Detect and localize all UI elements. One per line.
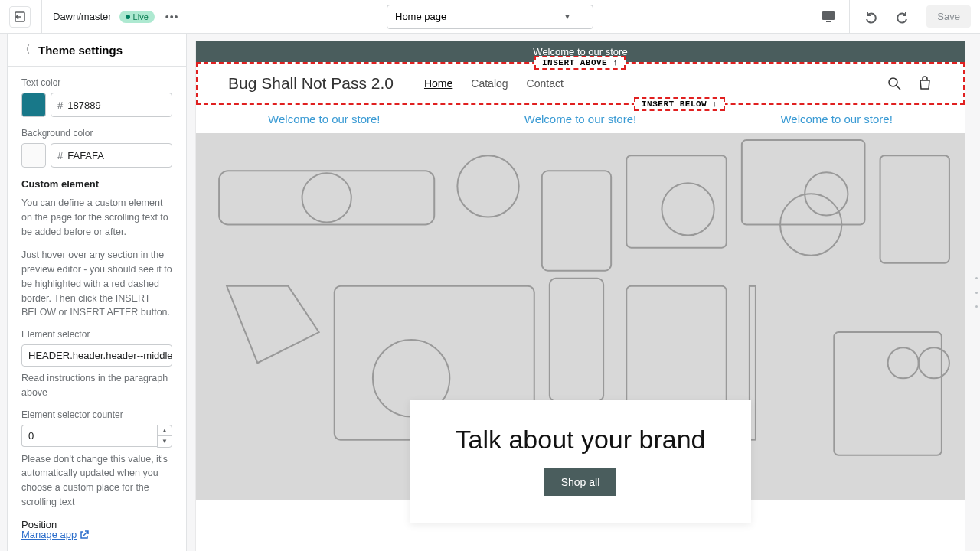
svg-point-3 — [889, 78, 897, 86]
marquee-item: Welcome to our store! — [268, 112, 380, 126]
hero-cta-button[interactable]: Shop all — [544, 468, 617, 496]
undo-icon — [864, 10, 877, 24]
selector-input[interactable]: HEADER.header.header--middle-le — [21, 344, 172, 367]
counter-stepper: 0 ▲ ▼ — [21, 425, 172, 448]
left-gutter — [0, 34, 8, 551]
header-section[interactable]: INSERT ABOVE ↑ INSERT BELOW ↓ Bug Shall … — [196, 62, 965, 105]
counter-help: Please don't change this value, it's aut… — [21, 452, 172, 510]
nav: Home Catalog Contact — [424, 77, 564, 90]
manage-app-label: Manage app — [21, 529, 77, 540]
chevron-down-icon: ▼ — [564, 12, 571, 21]
selector-help: Read instructions in the paragraph above — [21, 371, 172, 400]
selector-label: Element selector — [21, 329, 172, 340]
insert-below-button[interactable]: INSERT BELOW ↓ — [634, 97, 725, 111]
external-link-icon — [80, 530, 89, 540]
exit-button[interactable] — [9, 6, 31, 28]
page-selector[interactable]: Home page ▼ — [387, 5, 593, 29]
save-button[interactable]: Save — [926, 5, 971, 28]
counter-input[interactable]: 0 — [21, 425, 157, 447]
manage-app-link[interactable]: Manage app — [8, 529, 186, 551]
nav-contact[interactable]: Contact — [527, 77, 564, 90]
cart-icon[interactable] — [917, 76, 933, 91]
topbar-left: Dawn/master Live ••• — [9, 0, 181, 34]
bg-color-row: #FAFAFA — [21, 143, 172, 168]
marquee-item: Welcome to our store! — [524, 112, 636, 126]
text-color-input[interactable]: #187889 — [51, 93, 172, 117]
theme-name: Dawn/master — [53, 11, 112, 22]
text-color-row: #187889 — [21, 93, 172, 117]
topbar-right: Save — [814, 0, 971, 34]
page-selector-label: Home page — [395, 11, 446, 22]
bg-color-input[interactable]: #FAFAFA — [51, 143, 172, 168]
marquee: Welcome to our store! Welcome to our sto… — [196, 105, 965, 133]
text-color-label: Text color — [21, 77, 172, 88]
main: 〈 Theme settings Text color #187889 Back… — [0, 34, 980, 551]
svg-rect-1 — [822, 11, 835, 20]
nav-home[interactable]: Home — [424, 77, 452, 90]
sidebar-title: Theme settings — [38, 44, 122, 57]
preview-canvas: Welcome to our store INSERT ABOVE ↑ INSE… — [196, 41, 965, 551]
bg-color-label: Background color — [21, 128, 172, 139]
bg-color-swatch[interactable] — [21, 143, 46, 168]
exit-icon — [14, 11, 26, 23]
header-icons — [887, 76, 933, 91]
resize-handle-right[interactable] — [975, 277, 978, 308]
topbar: Dawn/master Live ••• Home page ▼ Save — [0, 0, 980, 34]
redo-icon — [896, 10, 910, 24]
custom-element-heading: Custom element — [21, 178, 172, 190]
sidebar: 〈 Theme settings Text color #187889 Back… — [8, 34, 187, 551]
brand-title: Bug Shall Not Pass 2.0 — [228, 74, 394, 93]
svg-rect-2 — [826, 21, 831, 22]
divider — [41, 0, 42, 34]
more-menu[interactable]: ••• — [162, 8, 182, 26]
back-button[interactable]: 〈 — [20, 43, 31, 57]
undo-button[interactable] — [856, 2, 885, 31]
stepper-buttons: ▲ ▼ — [157, 425, 172, 448]
nav-catalog[interactable]: Catalog — [471, 77, 508, 90]
desktop-view-button[interactable] — [814, 2, 843, 31]
sidebar-header: 〈 Theme settings — [8, 34, 186, 67]
redo-button[interactable] — [888, 2, 917, 31]
hero-section: Talk about your brand Shop all — [196, 133, 965, 500]
text-color-swatch[interactable] — [21, 93, 46, 117]
help-text-2: Just hover over any section in the previ… — [21, 248, 172, 320]
text-color-value: 187889 — [67, 99, 100, 111]
position-label: Position — [21, 519, 172, 530]
marquee-item: Welcome to our store! — [780, 112, 892, 126]
bg-color-value: FAFAFA — [67, 150, 104, 161]
insert-above-button[interactable]: INSERT ABOVE ↑ — [534, 56, 626, 70]
divider — [849, 0, 850, 34]
sidebar-body: Text color #187889 Background color #FAF… — [8, 67, 186, 529]
canvas-area: Welcome to our store INSERT ABOVE ↑ INSE… — [187, 34, 980, 551]
live-badge: Live — [119, 11, 155, 23]
resize-handle-bottom[interactable]: ═══ — [572, 548, 595, 551]
desktop-icon — [822, 10, 835, 24]
hero-title: Talk about your brand — [456, 425, 706, 455]
stepper-down[interactable]: ▼ — [158, 436, 172, 447]
search-icon[interactable] — [887, 76, 902, 91]
stepper-up[interactable]: ▲ — [158, 425, 172, 436]
hero-card: Talk about your brand Shop all — [410, 400, 752, 523]
help-text-1: You can define a custom element on the p… — [21, 196, 172, 239]
counter-label: Element selector counter — [21, 409, 172, 420]
